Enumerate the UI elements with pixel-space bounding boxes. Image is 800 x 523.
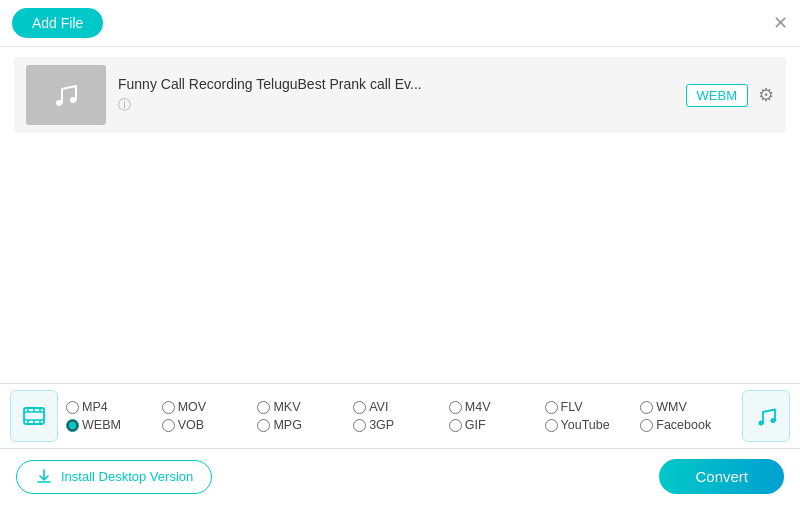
- format-option-avi[interactable]: AVI: [353, 400, 447, 414]
- file-item: Funny Call Recording TeluguBest Prank ca…: [14, 57, 786, 133]
- format-option-youtube[interactable]: YouTube: [545, 418, 639, 432]
- music-icon: [753, 403, 779, 429]
- add-file-button[interactable]: Add File: [12, 8, 103, 38]
- format-option-gif[interactable]: GIF: [449, 418, 543, 432]
- format-option-m4v[interactable]: M4V: [449, 400, 543, 414]
- format-option-3gp[interactable]: 3GP: [353, 418, 447, 432]
- audio-format-icon-button[interactable]: [742, 390, 790, 442]
- format-option-mpg[interactable]: MPG: [257, 418, 351, 432]
- content-area: [0, 143, 800, 383]
- file-thumbnail: [26, 65, 106, 125]
- format-badge[interactable]: WEBM: [686, 84, 748, 107]
- format-option-mov[interactable]: MOV: [162, 400, 256, 414]
- svg-point-1: [70, 97, 76, 103]
- info-icon[interactable]: ⓘ: [118, 96, 674, 114]
- file-info: Funny Call Recording TeluguBest Prank ca…: [118, 76, 674, 114]
- format-option-mkv[interactable]: MKV: [257, 400, 351, 414]
- close-button[interactable]: ✕: [773, 14, 788, 32]
- footer: Install Desktop Version Convert: [0, 449, 800, 504]
- video-format-icon-button[interactable]: [10, 390, 58, 442]
- install-desktop-button[interactable]: Install Desktop Version: [16, 460, 212, 494]
- file-actions: WEBM ⚙: [686, 84, 774, 107]
- format-option-wmv[interactable]: WMV: [640, 400, 734, 414]
- format-option-webm[interactable]: WEBM: [66, 418, 160, 432]
- format-option-mp4[interactable]: MP4: [66, 400, 160, 414]
- svg-point-11: [759, 421, 764, 426]
- format-option-flv[interactable]: FLV: [545, 400, 639, 414]
- install-label: Install Desktop Version: [61, 469, 193, 484]
- file-list: Funny Call Recording TeluguBest Prank ca…: [0, 47, 800, 143]
- gear-icon: ⚙: [758, 85, 774, 105]
- format-option-facebook[interactable]: Facebook: [640, 418, 734, 432]
- format-option-vob[interactable]: VOB: [162, 418, 256, 432]
- film-icon: [21, 403, 47, 429]
- svg-point-0: [56, 100, 62, 106]
- file-name: Funny Call Recording TeluguBest Prank ca…: [118, 76, 674, 92]
- settings-button[interactable]: ⚙: [758, 84, 774, 106]
- svg-point-12: [771, 418, 776, 423]
- download-icon: [35, 468, 53, 486]
- format-grid: MP4 MOV MKV AVI M4V FLV WMV WEBM VOB MPG: [66, 400, 734, 432]
- top-bar: Add File ✕: [0, 0, 800, 47]
- format-bar: MP4 MOV MKV AVI M4V FLV WMV WEBM VOB MPG: [0, 383, 800, 449]
- convert-button[interactable]: Convert: [659, 459, 784, 494]
- music-thumbnail-icon: [48, 77, 84, 113]
